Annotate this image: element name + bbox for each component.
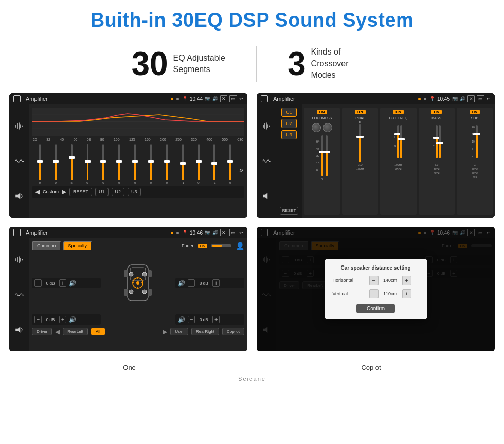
stat-crossover-desc: Kinds ofCrossover Modes xyxy=(311,46,373,81)
spk-sidebar-wave-icon[interactable] xyxy=(12,288,26,301)
spk-fl-minus[interactable]: − xyxy=(34,279,42,287)
spk-fader-track[interactable] xyxy=(211,244,231,247)
slider-1[interactable]: 0 xyxy=(33,144,47,184)
spk-body: Common Specialty Fader ON 👤 − 0 dB + xyxy=(9,238,247,351)
slider-11[interactable]: 0 xyxy=(192,144,206,184)
slider-2[interactable]: 0 xyxy=(49,144,63,184)
eq-chart xyxy=(32,108,244,136)
cx-u3-btn[interactable]: U3 xyxy=(281,130,297,139)
spk-fader-toggle[interactable]: ON xyxy=(198,244,208,248)
cx-home-icon[interactable] xyxy=(261,95,268,102)
spk-rearleft-btn[interactable]: RearLeft xyxy=(63,328,88,335)
spk-all-btn[interactable]: All xyxy=(91,328,105,335)
home-icon[interactable] xyxy=(13,95,21,102)
slider-6[interactable]: 0 xyxy=(112,144,126,184)
svg-point-29 xyxy=(142,272,147,276)
spk-fader-label: Fader xyxy=(182,243,194,248)
slider-9[interactable]: 0 xyxy=(160,144,174,184)
spk-rearright-btn[interactable]: RearRight xyxy=(191,328,219,335)
eq-sidebar-wave-icon[interactable] xyxy=(12,154,26,168)
spk-copilot-btn[interactable]: Copilot xyxy=(222,328,244,335)
svg-rect-14 xyxy=(269,126,270,127)
eq-sidebar-vol-icon[interactable] xyxy=(12,189,26,203)
slider-12[interactable]: -1 xyxy=(207,144,221,184)
spk-fr-minus[interactable]: − xyxy=(188,279,195,287)
cx-knob-1[interactable] xyxy=(312,123,321,132)
screen-eq: Amplifier 📍 10:44 📷 🔊 ✕ ▭ ↩ xyxy=(9,93,247,218)
spk-rr-minus[interactable]: − xyxy=(188,316,195,323)
spk-sidebar-eq-icon[interactable] xyxy=(12,253,26,267)
eq-status-icons: 📍 10:44 📷 🔊 ✕ ▭ ↩ xyxy=(182,95,243,102)
dialog-vertical-minus[interactable]: − xyxy=(369,289,379,298)
cx-bass-toggle[interactable]: ON xyxy=(431,110,442,114)
screen-dialog: Amplifier 📍 10:46 📷 🔊 ✕ ▭ ↩ xyxy=(257,227,495,351)
spk-home-icon[interactable] xyxy=(13,229,21,236)
cx-phat-toggle[interactable]: ON xyxy=(355,110,366,114)
dialog-vertical-label: Vertical xyxy=(333,291,358,296)
cx-sub-toggle[interactable]: ON xyxy=(470,110,480,114)
bottom-label-copilot: Cop ot xyxy=(361,364,381,371)
eq-custom-label: Custom xyxy=(43,189,59,194)
dialog-vertical-plus[interactable]: + xyxy=(402,289,411,298)
spk-fl-val: 0 dB xyxy=(43,281,58,286)
dialog-horizontal-plus[interactable]: + xyxy=(402,276,411,285)
spk-sidebar-vol-icon[interactable] xyxy=(12,323,26,336)
cx-u2-btn[interactable]: U2 xyxy=(281,119,297,128)
spk-rl-minus[interactable]: − xyxy=(34,316,42,323)
spk-fr-plus[interactable]: + xyxy=(212,279,220,287)
cx-cutfreq-toggle[interactable]: ON xyxy=(393,110,404,114)
svg-rect-17 xyxy=(17,257,18,263)
eq-u2-btn[interactable]: U2 xyxy=(112,188,125,196)
dialog-horizontal-label: Horizontal xyxy=(333,278,358,283)
screen-speaker: Amplifier 📍 10:46 📷 🔊 ✕ ▭ ↩ xyxy=(9,227,247,351)
cx-sidebar-wave-icon[interactable] xyxy=(260,154,273,168)
dialog-title: Car speaker distance setting xyxy=(333,265,419,271)
slider-8[interactable]: 0 xyxy=(144,144,158,184)
spk-person-icon: 👤 xyxy=(236,242,244,250)
dialog-horizontal-minus[interactable]: − xyxy=(369,276,379,285)
slider-expand-icon[interactable]: » xyxy=(239,166,243,184)
svg-rect-0 xyxy=(15,125,16,128)
slider-4[interactable]: 0 xyxy=(81,144,95,184)
svg-rect-16 xyxy=(15,258,16,261)
slider-3[interactable]: 5 xyxy=(65,144,79,184)
spk-rl-plus[interactable]: + xyxy=(59,316,66,323)
slider-7[interactable]: 0 xyxy=(128,144,142,184)
eq-next-arrow[interactable]: ▶ xyxy=(62,188,66,196)
eq-prev-arrow[interactable]: ◀ xyxy=(35,188,40,196)
spk-rr-val: 0 dB xyxy=(196,317,211,322)
spk-left-arrow[interactable]: ◀ xyxy=(55,328,60,335)
eq-body: 25 32 40 50 63 80 100 125 160 200 250 32… xyxy=(9,104,247,218)
spk-specialty-tab[interactable]: Specialty xyxy=(63,241,93,251)
eq-u3-btn[interactable]: U3 xyxy=(128,188,141,196)
svg-point-31 xyxy=(142,290,147,294)
slider-10[interactable]: -1 xyxy=(176,144,190,184)
eq-bottom-bar: ◀ Custom ▶ RESET U1 U2 U3 xyxy=(32,186,244,198)
eq-reset-btn[interactable]: RESET xyxy=(69,188,92,196)
cx-knob-2[interactable] xyxy=(323,123,332,132)
cx-sidebar-eq-icon[interactable] xyxy=(260,119,273,133)
cx-body: U1 U2 U3 RESET ON LOUDNESS 644832160 xyxy=(257,104,495,218)
slider-5[interactable]: 0 xyxy=(96,144,110,184)
spk-common-tab[interactable]: Common xyxy=(32,241,61,251)
spk-driver-btn[interactable]: Driver xyxy=(32,328,52,335)
spk-user-btn[interactable]: User xyxy=(170,328,188,335)
eq-sidebar-eq-icon[interactable] xyxy=(12,119,26,133)
eq-dot-2 xyxy=(176,98,179,100)
eq-u1-btn[interactable]: U1 xyxy=(95,188,109,196)
cx-reset-btn[interactable]: RESET xyxy=(280,207,299,215)
cx-sidebar-vol-icon[interactable] xyxy=(260,189,273,203)
spk-fl-plus[interactable]: + xyxy=(59,279,66,287)
spk-rr-plus[interactable]: + xyxy=(212,316,220,323)
dialog-confirm-btn[interactable]: Confirm xyxy=(356,304,395,313)
spk-right-arrow[interactable]: ▶ xyxy=(163,328,167,335)
dialog-horizontal-row: Horizontal − 140cm + xyxy=(333,276,419,285)
cx-loudness-toggle[interactable]: ON xyxy=(317,110,328,114)
cx-dot-1 xyxy=(418,98,421,100)
cx-u1-btn[interactable]: U1 xyxy=(281,108,297,117)
stat-eq: 30 EQ AdjustableSegments xyxy=(100,47,256,80)
svg-rect-18 xyxy=(19,256,20,263)
slider-13[interactable]: 0 xyxy=(223,144,237,184)
spk-app-title: Amplifier xyxy=(26,229,168,236)
eq-cam-icon: 📷 xyxy=(205,96,210,101)
